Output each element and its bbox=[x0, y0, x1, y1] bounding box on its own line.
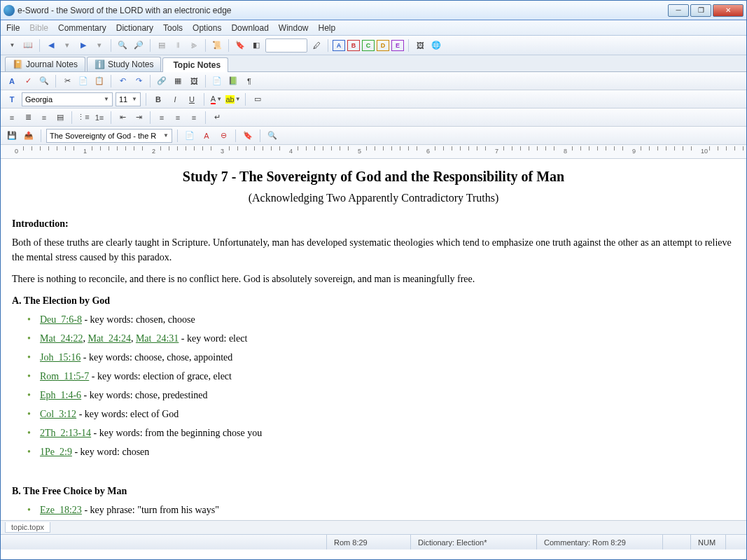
align-center-icon[interactable]: ≣ bbox=[21, 111, 35, 125]
color-c[interactable]: C bbox=[362, 40, 375, 51]
verse-ref[interactable]: 1Pe_2:9 bbox=[40, 447, 72, 457]
line-spacing15-icon[interactable]: ≡ bbox=[171, 111, 185, 125]
tag-icon[interactable]: 🔖 bbox=[233, 38, 247, 52]
font-color-button[interactable]: A▼ bbox=[209, 92, 223, 106]
compare-icon[interactable]: ⫴ bbox=[171, 38, 185, 52]
menu-dictionary[interactable]: Dictionary bbox=[116, 23, 153, 33]
menu-window[interactable]: Window bbox=[279, 23, 309, 33]
align-left-icon[interactable]: ≡ bbox=[5, 111, 19, 125]
image-icon[interactable]: 🖼 bbox=[413, 38, 427, 52]
menu-download[interactable]: Download bbox=[231, 23, 268, 33]
verse-ref[interactable]: Rom_11:5-7 bbox=[40, 371, 89, 382]
color-b[interactable]: B bbox=[347, 40, 360, 51]
bullet-list-icon[interactable]: ⋮≡ bbox=[76, 111, 90, 125]
find-replace-icon[interactable]: 🔍 bbox=[37, 74, 51, 88]
menubar: FileBibleCommentaryDictionaryToolsOption… bbox=[1, 20, 746, 36]
menu-bible[interactable]: Bible bbox=[29, 23, 48, 33]
color-a[interactable]: A bbox=[333, 40, 345, 51]
marker-icon[interactable]: 🖊 bbox=[309, 38, 323, 52]
maximize-button[interactable]: ❐ bbox=[690, 4, 711, 17]
nav-fwd-icon[interactable]: ▶ bbox=[76, 38, 90, 52]
split-icon[interactable]: ▾ bbox=[60, 38, 74, 52]
table-icon[interactable]: ▦ bbox=[171, 74, 185, 88]
tab-journal-notes[interactable]: 📔Journal Notes bbox=[5, 57, 85, 71]
cut-icon[interactable]: ✂ bbox=[60, 74, 74, 88]
parallel-icon[interactable]: ⫸ bbox=[187, 38, 201, 52]
redo-icon[interactable]: ↷ bbox=[132, 74, 146, 88]
binoculars-icon[interactable]: 🔍 bbox=[116, 38, 130, 52]
editor-content[interactable]: Study 7 - The Sovereignty of God and the… bbox=[1, 159, 746, 520]
edit-toolbar: A ✓ 🔍 ✂ 📄 📋 ↶ ↷ 🔗 ▦ 🖼 📄 📗 ¶ bbox=[1, 72, 746, 90]
split2-icon[interactable]: ▾ bbox=[92, 38, 106, 52]
highlight-button[interactable]: ab▼ bbox=[226, 92, 240, 106]
italic-button[interactable]: I bbox=[168, 92, 182, 106]
insert-image-icon[interactable]: 🖼 bbox=[187, 74, 201, 88]
menu-options[interactable]: Options bbox=[193, 23, 221, 33]
scroll-icon[interactable]: 📜 bbox=[210, 38, 224, 52]
verse-ref[interactable]: Deu_7:6-8 bbox=[40, 314, 82, 325]
link-icon[interactable]: 🔗 bbox=[155, 74, 169, 88]
pilcrow-icon[interactable]: ¶ bbox=[242, 74, 256, 88]
indent-inc-icon[interactable]: ⇥ bbox=[132, 111, 146, 125]
align-toolbar: ≡ ≣ ≡ ▤ ⋮≡ 1≡ ⇤ ⇥ ≡ ≡ ≡ ↵ bbox=[1, 108, 746, 127]
status-comm: Commentary: Rom 8:29 bbox=[536, 535, 662, 550]
underline-button[interactable]: U bbox=[185, 92, 199, 106]
verse-ref[interactable]: Eze_18:23 bbox=[40, 505, 82, 515]
spellcheck-icon[interactable]: ✓ bbox=[21, 74, 35, 88]
verse-ref[interactable]: Col_3:12 bbox=[40, 409, 76, 419]
copy-icon[interactable]: 📄 bbox=[76, 74, 90, 88]
ruler[interactable]: 012345678910 bbox=[1, 145, 746, 159]
menu-file[interactable]: File bbox=[6, 23, 20, 33]
page-icon[interactable]: 📄 bbox=[210, 74, 224, 88]
color-e[interactable]: E bbox=[391, 40, 404, 51]
align-justify-icon[interactable]: ▤ bbox=[53, 111, 67, 125]
indent-dec-icon[interactable]: ⇤ bbox=[116, 111, 130, 125]
verse-ref[interactable]: Mat_24:31 bbox=[136, 333, 179, 344]
verse-ref[interactable]: Joh_15:16 bbox=[40, 352, 81, 363]
line-spacing1-icon[interactable]: ≡ bbox=[155, 111, 169, 125]
size-select[interactable]: 11▼ bbox=[116, 92, 141, 106]
new-topic-icon[interactable]: 📄 bbox=[183, 129, 197, 143]
mark-topic-icon[interactable]: 🔖 bbox=[241, 129, 255, 143]
menu-tools[interactable]: Tools bbox=[163, 23, 183, 33]
paste-icon[interactable]: 📋 bbox=[92, 74, 106, 88]
highlight-dropdown[interactable] bbox=[265, 38, 307, 52]
eraser-icon[interactable]: ◧ bbox=[249, 38, 263, 52]
menu-help[interactable]: Help bbox=[319, 23, 336, 33]
list-item: Eph_1:4-6 - key words: chose, predestine… bbox=[40, 388, 735, 402]
outdent-icon[interactable]: ↵ bbox=[210, 111, 224, 125]
file-tab[interactable]: topic.topx bbox=[5, 522, 50, 533]
close-button[interactable]: ✕ bbox=[713, 4, 743, 17]
export-icon[interactable]: 📤 bbox=[22, 129, 36, 143]
font-t-icon[interactable]: T bbox=[5, 92, 19, 106]
zoom-icon[interactable]: 🔍 bbox=[265, 129, 279, 143]
verse-ref[interactable]: Mat_24:22 bbox=[40, 333, 83, 344]
delete-topic-icon[interactable]: ⊖ bbox=[216, 129, 230, 143]
topic-select[interactable]: The Sovereignty of God - the R▼ bbox=[46, 129, 172, 143]
book-icon[interactable]: 📖 bbox=[21, 38, 35, 52]
number-list-icon[interactable]: 1≡ bbox=[92, 111, 106, 125]
nav-back-icon[interactable]: ◀ bbox=[44, 38, 58, 52]
line-spacing2-icon[interactable]: ≡ bbox=[187, 111, 201, 125]
verse-ref[interactable]: 2Th_2:13-14 bbox=[40, 428, 91, 438]
minimize-button[interactable]: ─ bbox=[668, 4, 689, 17]
rename-topic-icon[interactable]: A bbox=[200, 129, 214, 143]
tab-topic-notes[interactable]: Topic Notes bbox=[162, 57, 228, 72]
verse-list-icon[interactable]: ▤ bbox=[155, 38, 169, 52]
book2-icon[interactable]: 📗 bbox=[226, 74, 240, 88]
binoculars2-icon[interactable]: 🔎 bbox=[132, 38, 146, 52]
tab-study-notes[interactable]: ℹ️Study Notes bbox=[87, 57, 161, 71]
globe-icon[interactable]: 🌐 bbox=[429, 38, 443, 52]
save-icon[interactable]: 💾 bbox=[5, 129, 19, 143]
dropdown-icon[interactable]: ▼ bbox=[5, 38, 19, 52]
align-right-icon[interactable]: ≡ bbox=[37, 111, 51, 125]
verse-ref[interactable]: Eph_1:4-6 bbox=[40, 390, 81, 400]
font-select[interactable]: Georgia▼ bbox=[22, 92, 113, 106]
undo-icon[interactable]: ↶ bbox=[116, 74, 130, 88]
font-a-icon[interactable]: A bbox=[5, 74, 19, 88]
bold-button[interactable]: B bbox=[151, 92, 165, 106]
menu-commentary[interactable]: Commentary bbox=[58, 23, 106, 33]
clear-format-icon[interactable]: ▭ bbox=[251, 92, 265, 106]
color-d[interactable]: D bbox=[377, 40, 389, 51]
verse-ref[interactable]: Mat_24:24 bbox=[88, 333, 130, 344]
